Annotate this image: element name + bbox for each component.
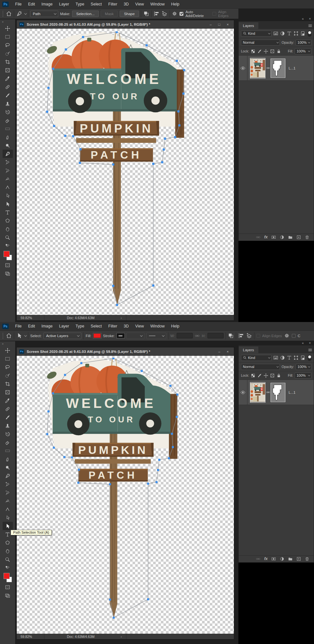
lock-transparency-icon[interactable] xyxy=(251,49,255,54)
layer-visibility-eye-icon[interactable] xyxy=(239,380,247,405)
options-grip[interactable] xyxy=(3,333,3,339)
filter-smart-objects-icon[interactable] xyxy=(300,355,305,361)
shape-tool[interactable] xyxy=(3,216,13,225)
eyedropper-tool[interactable] xyxy=(3,74,13,83)
healing-brush-tool[interactable] xyxy=(3,405,13,413)
auto-add-delete-checkbox[interactable] xyxy=(180,12,183,16)
pen-tool[interactable] xyxy=(3,150,13,158)
menu-item-window[interactable]: Window xyxy=(147,0,168,9)
path-selection-preset-icon[interactable] xyxy=(16,333,22,339)
filter-shape-layers-icon[interactable] xyxy=(293,355,299,361)
menu-item-3d[interactable]: 3D xyxy=(120,0,132,9)
menu-item-image[interactable]: Image xyxy=(38,0,56,9)
object-selection-tool[interactable] xyxy=(3,371,13,380)
add-layer-mask-icon[interactable] xyxy=(271,235,276,240)
curvature-pen-tool[interactable] xyxy=(3,497,13,505)
panel-menu-icon[interactable] xyxy=(307,346,314,353)
collapse-panels-icon[interactable]: « xyxy=(302,17,304,21)
filter-adjustment-layers-icon[interactable] xyxy=(280,31,285,36)
layers-panel-tab[interactable]: Layers xyxy=(239,346,258,353)
smudge-tool[interactable] xyxy=(3,455,13,463)
frame-tool[interactable] xyxy=(3,66,13,74)
lock-all-icon[interactable] xyxy=(276,373,281,378)
dodge-tool[interactable] xyxy=(3,463,13,472)
filter-pixel-layers-icon[interactable] xyxy=(273,355,278,361)
layer-thumbnail[interactable] xyxy=(250,382,265,403)
layer-mask-thumbnail[interactable] xyxy=(271,383,285,402)
history-brush-tool[interactable] xyxy=(3,108,13,116)
height-input[interactable] xyxy=(208,333,224,338)
link-dimensions-icon[interactable] xyxy=(195,333,200,338)
screen-mode-icon[interactable] xyxy=(3,269,13,278)
type-tool[interactable] xyxy=(3,208,13,216)
opacity-dropdown[interactable]: 100% xyxy=(296,364,311,370)
menu-item-edit[interactable]: Edit xyxy=(25,0,38,9)
collapse-panels-icon[interactable]: « xyxy=(302,341,304,345)
add-anchor-point-tool[interactable] xyxy=(3,480,13,488)
menu-item-view[interactable]: View xyxy=(132,0,147,9)
document-size-field[interactable]: Doc: 4.63M/4.63M xyxy=(44,315,126,320)
path-alignment-icon[interactable] xyxy=(238,333,244,339)
new-layer-icon[interactable] xyxy=(296,235,301,240)
lock-artboard-icon[interactable] xyxy=(270,373,275,378)
menu-item-edit[interactable]: Edit xyxy=(25,322,38,331)
zoom-level-field[interactable]: 59.82% xyxy=(17,634,44,639)
lasso-tool[interactable] xyxy=(3,41,13,49)
eraser-tool[interactable] xyxy=(3,116,13,124)
fill-dropdown[interactable]: 100% xyxy=(295,48,311,54)
hand-tool[interactable] xyxy=(3,547,13,555)
lock-artboard-icon[interactable] xyxy=(270,49,275,54)
document-title-bar[interactable]: Ps Screen Shot 2020-08-25 at 9.41.03 AM.… xyxy=(17,347,234,356)
canvas-area[interactable] xyxy=(17,356,234,634)
path-operations-icon[interactable] xyxy=(143,11,149,17)
zoom-level-field[interactable]: 59.82% xyxy=(17,315,44,320)
layer-mask-link-icon[interactable] xyxy=(265,66,271,70)
foreground-background-swatches[interactable] xyxy=(3,251,13,261)
foreground-color-swatch[interactable] xyxy=(4,251,10,257)
quick-mask-icon[interactable] xyxy=(3,261,13,269)
path-operations-icon[interactable] xyxy=(228,333,234,339)
layer-thumbnail[interactable] xyxy=(250,58,265,78)
filter-adjustment-layers-icon[interactable] xyxy=(280,355,285,361)
default-swap-colors-icon[interactable] xyxy=(3,242,13,250)
filter-toggle-switch[interactable] xyxy=(308,31,311,37)
move-tool[interactable] xyxy=(3,346,13,354)
lock-pixels-icon[interactable] xyxy=(257,49,262,54)
layer-filter-kind-dropdown[interactable]: Kind xyxy=(241,355,272,361)
menu-item-type[interactable]: Type xyxy=(72,322,88,331)
delete-layer-trash-icon[interactable] xyxy=(305,235,309,240)
pick-tool-mode-dropdown[interactable]: Path xyxy=(30,11,58,17)
foreground-color-swatch[interactable] xyxy=(4,573,10,579)
lock-all-icon[interactable] xyxy=(276,49,281,54)
status-chevron-icon[interactable]: › xyxy=(121,635,122,639)
menu-item-file[interactable]: File xyxy=(12,322,25,331)
filter-smart-objects-icon[interactable] xyxy=(300,31,305,36)
rectangular-marquee-tool[interactable] xyxy=(3,32,13,41)
make-shape-button[interactable]: Shape xyxy=(120,11,139,17)
close-panel-icon[interactable]: × xyxy=(309,17,311,21)
new-group-folder-icon[interactable] xyxy=(288,557,293,561)
clone-stamp-tool[interactable] xyxy=(3,421,13,430)
layer-visibility-eye-icon[interactable] xyxy=(239,56,247,80)
shape-fill-swatch[interactable] xyxy=(93,333,101,338)
filter-pixel-layers-icon[interactable] xyxy=(273,31,278,36)
layer-style-fx-icon[interactable]: fx xyxy=(264,235,268,240)
frame-tool[interactable] xyxy=(3,388,13,396)
menu-item-type[interactable]: Type xyxy=(72,0,88,9)
brush-tool[interactable] xyxy=(3,413,13,421)
layer-mask-link-icon[interactable] xyxy=(265,390,271,394)
menu-item-select[interactable]: Select xyxy=(88,322,105,331)
shape-stroke-swatch[interactable] xyxy=(117,333,125,338)
history-brush-tool[interactable] xyxy=(3,430,13,438)
chevron-down-icon[interactable] xyxy=(24,12,27,14)
align-edges-checkbox[interactable] xyxy=(256,334,260,338)
new-group-folder-icon[interactable] xyxy=(288,235,293,240)
delete-anchor-point-tool[interactable] xyxy=(3,166,13,175)
layers-panel-tab[interactable]: Layers xyxy=(239,22,258,29)
canvas-area[interactable] xyxy=(17,29,234,315)
filter-type-layers-icon[interactable] xyxy=(287,355,292,361)
pen-options-gear-icon[interactable] xyxy=(171,11,178,17)
gradient-tool[interactable] xyxy=(3,124,13,133)
gradient-tool[interactable] xyxy=(3,446,13,455)
eyedropper-tool[interactable] xyxy=(3,396,13,405)
